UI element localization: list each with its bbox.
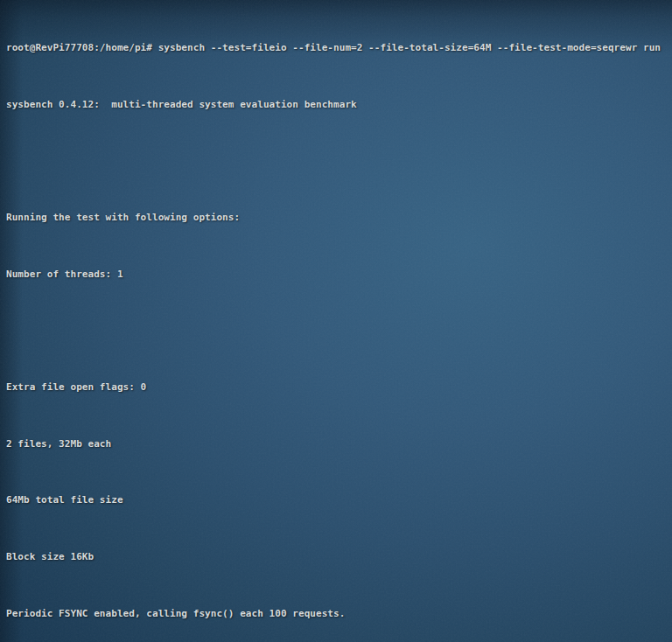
terminal-window[interactable]: root@RevPi77708:/home/pi# sysbench --tes… xyxy=(0,0,672,642)
terminal-line: Number of threads: 1 xyxy=(6,265,672,284)
terminal-blank-line xyxy=(6,151,672,171)
terminal-prompt-command-line: root@RevPi77708:/home/pi# sysbench --tes… xyxy=(6,38,672,58)
terminal-line: 2 files, 32Mb each xyxy=(6,435,672,454)
terminal-blank-line xyxy=(6,321,672,340)
terminal-output[interactable]: root@RevPi77708:/home/pi# sysbench --tes… xyxy=(0,0,672,642)
terminal-line: Running the test with following options: xyxy=(6,208,672,227)
terminal-line: 64Mb total file size xyxy=(6,491,672,510)
terminal-line: Extra file open flags: 0 xyxy=(6,378,672,397)
terminal-line: Block size 16Kb xyxy=(6,548,672,567)
terminal-line: Periodic FSYNC enabled, calling fsync() … xyxy=(6,604,672,624)
terminal-line: sysbench 0.4.12: multi-threaded system e… xyxy=(6,95,672,115)
